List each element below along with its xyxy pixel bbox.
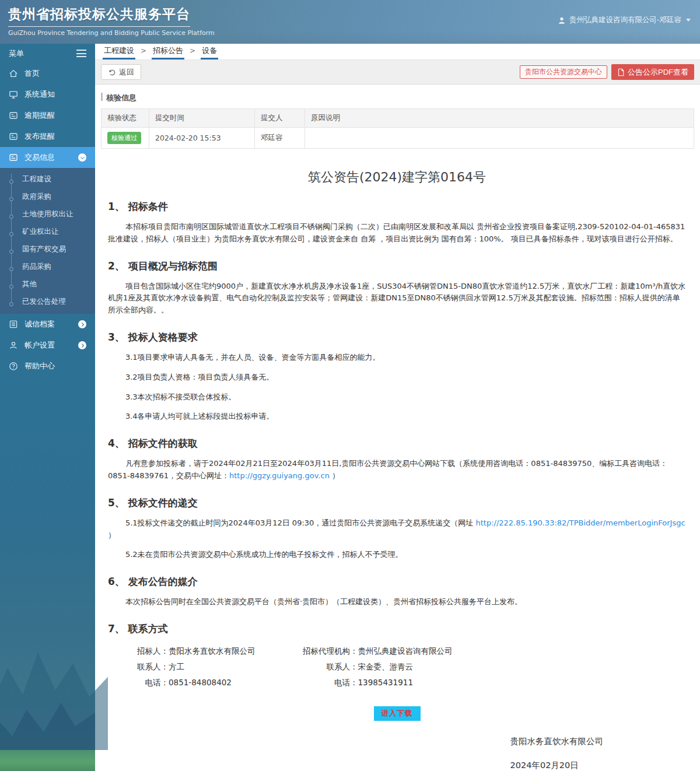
- section-4-paragraph: 凡有意参加投标者，请于2024年02月21日至2024年03月11日,贵阳市公共…: [108, 458, 686, 482]
- contact-row-agency-person: 联系人：宋金委、游青云: [284, 661, 453, 672]
- breadcrumb: 工程建设 > 招标公告 > 设备: [95, 44, 700, 60]
- contact-row-contact-person: 联系人：方工: [124, 661, 256, 672]
- section-4-heading: 4、 招标文件的获取: [108, 437, 686, 450]
- submenu-item-state-property[interactable]: 国有产权交易: [0, 240, 95, 258]
- folder-icon: [9, 132, 18, 141]
- sidebar-item-overdue-reminder[interactable]: 逾期提醒: [0, 105, 95, 126]
- breadcrumb-separator: >: [184, 44, 201, 59]
- folder-icon: [9, 153, 18, 162]
- platform-subtitle: GuiZhou Province Tendering and Bidding P…: [8, 29, 215, 37]
- sidebar-item-trade-info[interactable]: 交易信息: [0, 147, 95, 168]
- folder-icon: [9, 111, 18, 120]
- download-area: 进入下载: [108, 706, 686, 721]
- trade-center-link[interactable]: http://ggzy.guiyang.gov.cn: [229, 471, 330, 480]
- section-2-heading: 2、 项目概况与招标范围: [108, 260, 686, 273]
- status-badge: 核验通过: [107, 132, 141, 144]
- chevron-down-icon: [686, 19, 691, 22]
- column-header-time: 提交时间: [149, 109, 255, 128]
- section-6-heading: 6、 发布公告的媒介: [108, 575, 686, 588]
- user-name: 贵州弘典建设咨询有限公司-邓廷容: [569, 15, 681, 25]
- document-title: 筑公资告(2024)建字第0164号: [108, 169, 686, 186]
- sidebar-item-label: 帐户设置: [24, 340, 55, 351]
- trade-center-button[interactable]: 贵阳市公共资源交易中心: [520, 65, 607, 79]
- section-3-heading: 3、 投标人资格要求: [108, 331, 686, 344]
- section-1-heading: 1、 招标条件: [108, 200, 686, 213]
- question-icon: [9, 362, 18, 371]
- chevron-right-icon: [78, 341, 86, 349]
- sidebar-item-label: 逾期提醒: [24, 110, 55, 121]
- home-icon: [9, 69, 18, 78]
- monitor-icon: [9, 90, 18, 99]
- section-5-paragraph-2: 5.2未在贵阳市公共资源交易中心系统成功上传的电子投标文件，招标人不予受理。: [108, 549, 686, 561]
- section-5-heading: 5、 投标文件的递交: [108, 496, 686, 510]
- back-button-label: 返回: [119, 67, 134, 78]
- toolbar: 返回 贵阳市公共资源交易中心 公告公示PDF查看: [95, 60, 700, 84]
- submenu-item-mining-rights[interactable]: 矿业权出让: [0, 223, 95, 240]
- sidebar-item-label: 系统通知: [24, 89, 55, 100]
- sidebar-item-label: 首页: [24, 68, 40, 79]
- sidebar-item-label: 诚信档案: [24, 319, 55, 330]
- pdf-view-button[interactable]: 公告公示PDF查看: [611, 64, 694, 80]
- enter-download-button[interactable]: 进入下载: [374, 706, 421, 721]
- cell-submitter: 邓廷容: [255, 128, 305, 149]
- table-header-row: 核验状态 提交时间 提交人 原因说明: [102, 109, 694, 128]
- user-menu[interactable]: 贵州弘典建设咨询有限公司-邓廷容: [558, 15, 691, 25]
- sidebar-item-publish-reminder[interactable]: 发布提醒: [0, 126, 95, 147]
- contact-row-agency: 招标代理机构：贵州弘典建设咨询有限公司: [284, 645, 453, 657]
- main-area: 工程建设 > 招标公告 > 设备 返回 贵阳市公共资源交易中心 公告公示PDF查…: [95, 44, 700, 771]
- section-3-paragraph-1: 3.1项目要求申请人具备无，并在人员、设备、资金等方面具备相应的能力。: [108, 352, 686, 364]
- section-5-text: 5.1投标文件递交的截止时间为2024年03月12日 09:30，通过贵阳市公共…: [125, 518, 476, 527]
- sidebar-item-label: 交易信息: [24, 152, 55, 163]
- sidebar-item-notifications[interactable]: 系统通知: [0, 84, 95, 105]
- column-header-reason: 原因说明: [305, 109, 694, 128]
- pdf-view-button-label: 公告公示PDF查看: [628, 67, 688, 78]
- section-4-text: 凡有意参加投标者，请于2024年02月21日至2024年03月11日,贵阳市公共…: [108, 459, 667, 480]
- trade-info-submenu: 工程建设 政府采购 土地使用权出让 矿业权出让 国有产权交易 药品采购 其他 已…: [0, 168, 95, 314]
- contact-tenderer-column: 招标人：贵阳水务直饮水有限公司 联系人：方工 电话：0851-84808402: [124, 645, 256, 689]
- submenu-item-gov-procurement[interactable]: 政府采购: [0, 188, 95, 205]
- section-5-paragraph-1: 5.1投标文件递交的截止时间为2024年03月12日 09:30，通过贵阳市公共…: [108, 517, 686, 542]
- sidebar-item-credit-archive[interactable]: 诚信档案: [0, 314, 95, 335]
- submenu-item-engineering[interactable]: 工程建设: [0, 170, 95, 188]
- user-icon: [558, 16, 566, 24]
- column-header-submitter: 提交人: [255, 109, 305, 128]
- list-icon: [9, 320, 18, 329]
- undo-icon: [108, 68, 116, 76]
- contact-block: 招标人：贵阳水务直饮水有限公司 联系人：方工 电话：0851-84808402 …: [124, 645, 686, 689]
- brand: 贵州省招标投标公共服务平台 GuiZhou Province Tendering…: [8, 5, 215, 37]
- section-1-paragraph: 本招标项目贵阳市南明区国际城管道直饮水工程项目不锈钢阀门采购（二次）已由南明区发…: [108, 221, 686, 246]
- signature-company: 贵阳水务直饮水有限公司: [510, 736, 604, 747]
- chevron-right-icon: [78, 320, 86, 328]
- sidebar: 菜单 首页 系统通知 逾期提醒 发布提醒 交易信息 工程建设 政府采购 土地使用…: [0, 44, 95, 771]
- verification-section-title: 核验信息: [101, 90, 694, 108]
- submenu-item-published-notices[interactable]: 已发公告处理: [0, 293, 95, 310]
- table-row: 核验通过 2024-02-20 15:53 邓廷容: [102, 128, 694, 149]
- breadcrumb-item-equipment[interactable]: 设备: [201, 44, 218, 59]
- content-panel: 核验信息 核验状态 提交时间 提交人 原因说明 核验通过 2024-02-20 …: [95, 84, 700, 771]
- submenu-item-land-use[interactable]: 土地使用权出让: [0, 205, 95, 223]
- sidebar-menu-bar: 菜单: [0, 44, 95, 63]
- breadcrumb-item-tender-notice[interactable]: 招标公告: [152, 44, 184, 59]
- signature-block: 贵阳水务直饮水有限公司 2024年02月20日: [108, 736, 686, 771]
- signature-date: 2024年02月20日: [510, 760, 579, 771]
- chevron-down-icon: [78, 153, 86, 162]
- back-button[interactable]: 返回: [101, 64, 141, 80]
- sidebar-item-help-center[interactable]: 帮助中心: [0, 356, 95, 377]
- contact-agency-column: 招标代理机构：贵州弘典建设咨询有限公司 联系人：宋金委、游青云 电话：13985…: [284, 645, 453, 689]
- cell-status: 核验通过: [102, 128, 149, 149]
- platform-title: 贵州省招标投标公共服务平台: [8, 5, 190, 27]
- submenu-item-drug-procurement[interactable]: 药品采购: [0, 258, 95, 275]
- sidebar-item-home[interactable]: 首页: [0, 63, 95, 84]
- sidebar-background-image: [0, 520, 95, 771]
- breadcrumb-item-engineering[interactable]: 工程建设: [103, 44, 135, 59]
- submenu-item-other[interactable]: 其他: [0, 275, 95, 293]
- section-5-text-after: ）: [108, 531, 116, 539]
- hamburger-icon[interactable]: [76, 50, 86, 57]
- contact-row-agency-phone: 电话：13985431911: [284, 677, 453, 688]
- bid-submission-link[interactable]: http://222.85.190.33:82/TPBidder/memberL…: [475, 518, 685, 527]
- contact-row-tenderer: 招标人：贵阳水务直饮水有限公司: [124, 645, 256, 657]
- sidebar-item-account-settings[interactable]: 帐户设置: [0, 335, 95, 356]
- section-3-paragraph-3: 3.3本次招标不接受联合体投标。: [108, 391, 686, 404]
- pdf-document-icon: [617, 68, 625, 76]
- announcement-document: 筑公资告(2024)建字第0164号 1、 招标条件 本招标项目贵阳市南明区国际…: [101, 169, 694, 771]
